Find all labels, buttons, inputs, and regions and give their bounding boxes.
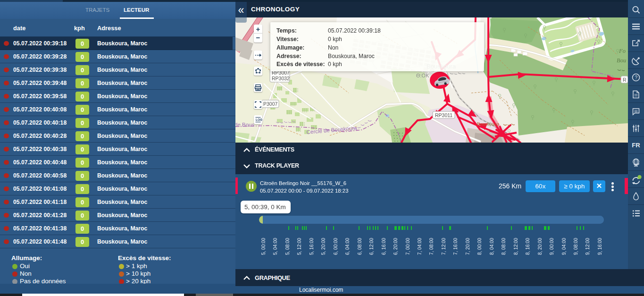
svg-text:Bouskoura: Bouskoura [477,121,499,127]
svg-text:R: R [623,77,627,83]
svg-text:RP3032: RP3032 [272,76,290,81]
svg-text:de Bous: de Bous [235,122,254,127]
svg-text:Θ:ΟΚ: Θ:ΟΚ [416,73,429,78]
svg-text:Fo: Fo [619,48,626,54]
svg-text:RP3011: RP3011 [435,112,452,118]
svg-text:LOG: LOG [256,118,262,121]
svg-text:Bou: Bou [617,57,626,64]
svg-text:P3007: P3007 [263,101,278,107]
svg-text:?: ? [635,75,638,80]
